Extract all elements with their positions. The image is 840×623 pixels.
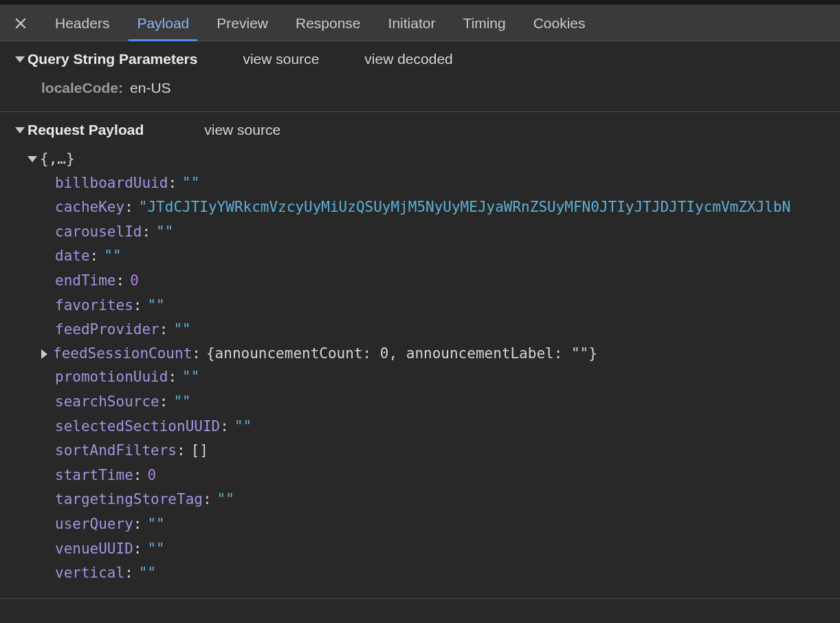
query-string-section: Query String Parameters view source view… (0, 41, 840, 112)
payload-value: "" (139, 565, 156, 581)
payload-json-body: {,…} billboardUuid:"" cacheKey:"JTdCJTIy… (0, 138, 840, 586)
view-source-link[interactable]: view source (243, 51, 319, 67)
chevron-down-icon (15, 127, 25, 133)
payload-value: "JTdCJTIyYWRkcmVzcyUyMiUzQSUyMjM5NyUyMEJ… (139, 199, 791, 215)
payload-key: selectedSectionUUID (55, 418, 220, 435)
payload-value: "" (104, 248, 121, 264)
close-icon (14, 17, 27, 30)
colon: : (142, 223, 151, 240)
query-section-header: Query String Parameters view source view… (0, 51, 840, 67)
payload-key: sortAndFilters (55, 442, 177, 459)
payload-key: favorites (55, 297, 133, 314)
colon: : (203, 491, 212, 507)
payload-key: venueUUID (55, 540, 133, 557)
payload-value: "" (173, 393, 190, 410)
payload-content: Query String Parameters view source view… (0, 41, 840, 599)
view-decoded-link[interactable]: view decoded (364, 51, 452, 67)
payload-value: 0 (147, 467, 156, 483)
close-button[interactable] (0, 17, 41, 30)
payload-line[interactable]: promotionUuid:"" (55, 365, 840, 390)
request-section-header: Request Payload view source (0, 122, 840, 138)
payload-line[interactable]: startTime:0 (55, 463, 840, 488)
query-section-title: Query String Parameters (27, 51, 197, 67)
payload-value: "" (182, 369, 199, 385)
payload-line[interactable]: userQuery:"" (55, 512, 840, 537)
payload-root-label: {,…} (40, 148, 75, 171)
query-title-group[interactable]: Query String Parameters (15, 51, 197, 67)
tab-response[interactable]: Response (282, 6, 375, 41)
tab-cookies[interactable]: Cookies (520, 6, 599, 41)
payload-line[interactable]: cacheKey:"JTdCJTIyYWRkcmVzcyUyMiUzQSUyMj… (55, 195, 840, 220)
payload-value: "" (217, 491, 234, 507)
payload-value: {announcementCount: 0, announcementLabel… (206, 342, 597, 366)
colon: : (124, 565, 133, 581)
payload-line[interactable]: venueUUID:"" (55, 537, 840, 562)
payload-key: startTime (55, 467, 133, 483)
payload-line[interactable]: feedProvider:"" (55, 318, 840, 342)
payload-line[interactable]: favorites:"" (55, 294, 840, 318)
payload-line[interactable]: billboardUuid:"" (55, 171, 840, 196)
payload-value: "" (147, 540, 164, 557)
colon: : (133, 540, 142, 557)
payload-key: feedSessionCount (53, 342, 192, 366)
tab-payload[interactable]: Payload (123, 6, 203, 41)
payload-value: "" (147, 516, 164, 532)
payload-key: date (55, 248, 90, 264)
payload-line[interactable]: vertical:"" (55, 561, 840, 586)
colon: : (90, 248, 99, 264)
payload-line[interactable]: carouselId:"" (55, 220, 840, 245)
colon: : (116, 272, 125, 289)
payload-key: vertical (55, 565, 124, 581)
payload-line-expandable[interactable]: feedSessionCount:{announcementCount: 0, … (40, 342, 840, 366)
payload-key: endTime (55, 272, 116, 289)
request-section-title: Request Payload (27, 122, 144, 138)
colon: : (177, 442, 186, 459)
detail-tabs-bar: Headers Payload Preview Response Initiat… (0, 6, 840, 41)
payload-value: "" (156, 223, 173, 240)
chevron-down-icon (27, 156, 37, 162)
view-source-link[interactable]: view source (204, 122, 280, 138)
colon: : (133, 297, 142, 314)
payload-line[interactable]: sortAndFilters:[] (55, 439, 840, 463)
colon: : (159, 393, 168, 410)
colon: : (133, 467, 142, 483)
param-value-localecode: en-US (130, 80, 171, 96)
payload-line[interactable]: targetingStoreTag:"" (55, 488, 840, 512)
colon: : (220, 418, 229, 435)
payload-key: userQuery (55, 516, 133, 532)
payload-key: feedProvider (55, 321, 159, 338)
colon: : (124, 199, 133, 215)
payload-root-toggle[interactable]: {,…} (27, 148, 840, 171)
payload-lines: billboardUuid:"" cacheKey:"JTdCJTIyYWRkc… (27, 171, 840, 586)
payload-key: searchSource (55, 393, 159, 410)
colon: : (133, 516, 142, 532)
param-row: localeCode: en-US (41, 77, 840, 99)
tab-initiator[interactable]: Initiator (375, 6, 450, 41)
payload-line[interactable]: searchSource:"" (55, 390, 840, 415)
payload-line[interactable]: date:"" (55, 244, 840, 269)
tab-preview[interactable]: Preview (203, 6, 282, 41)
window-top-border (0, 0, 840, 6)
payload-key: billboardUuid (55, 175, 168, 191)
colon: : (168, 175, 177, 191)
payload-value: [] (191, 442, 208, 459)
payload-value: "" (182, 175, 199, 191)
payload-value: "" (173, 321, 190, 338)
colon: : (192, 342, 201, 366)
payload-key: carouselId (55, 223, 142, 240)
payload-line[interactable]: endTime:0 (55, 269, 840, 294)
payload-key: targetingStoreTag (55, 491, 203, 507)
param-key-localecode: localeCode: (41, 80, 123, 96)
tab-headers[interactable]: Headers (41, 6, 123, 41)
payload-value: 0 (130, 272, 139, 289)
payload-key: cacheKey (55, 199, 124, 215)
request-payload-section: Request Payload view source {,…} billboa… (0, 112, 840, 599)
payload-value: "" (147, 297, 164, 314)
tab-timing[interactable]: Timing (449, 6, 519, 41)
colon: : (159, 321, 168, 338)
payload-key: promotionUuid (55, 369, 168, 385)
colon: : (168, 369, 177, 385)
query-params-list: localeCode: en-US (0, 67, 840, 99)
payload-line[interactable]: selectedSectionUUID:"" (55, 415, 840, 439)
request-title-group[interactable]: Request Payload (15, 122, 144, 138)
